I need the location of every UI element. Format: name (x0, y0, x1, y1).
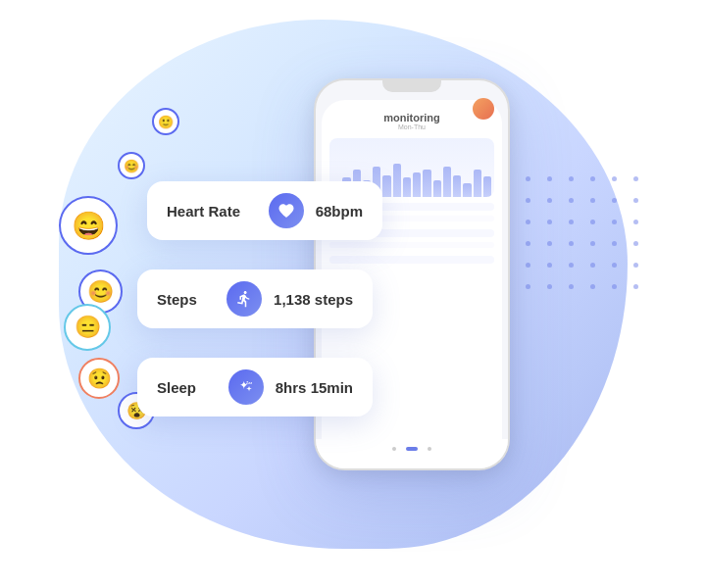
chart-bar (393, 164, 401, 197)
chart-bar (423, 170, 430, 197)
happy-emoji: 😄 (59, 196, 118, 255)
heart-rate-card: Heart Rate 68bpm (147, 181, 382, 240)
dot (633, 198, 638, 203)
chart-bar (413, 172, 421, 197)
sad-emoji: 😟 (78, 358, 120, 399)
dot (633, 176, 638, 181)
steps-value: 1,138 steps (274, 291, 353, 308)
dot (547, 176, 552, 181)
nav-dot-active (406, 447, 418, 451)
dot (612, 176, 617, 181)
svg-text:Zzz: Zzz (246, 381, 252, 385)
dot (590, 241, 595, 246)
sleep-card: Sleep Zzz 8hrs 15min (137, 358, 373, 416)
dot (526, 284, 530, 289)
phone-title: monitoring (329, 112, 494, 123)
dot (612, 220, 617, 224)
dot-pattern (526, 176, 647, 298)
dot (633, 263, 638, 268)
dot (612, 198, 617, 203)
nav-dot (428, 447, 431, 451)
chart-bar (433, 180, 441, 197)
phone-header: monitoring Mon-Thu (329, 108, 494, 138)
chart-bar (453, 175, 461, 197)
chart-bar (443, 167, 451, 197)
dot (526, 176, 530, 181)
nav-dot (392, 447, 396, 451)
dot (569, 284, 574, 289)
dot (526, 198, 530, 203)
chart-line-5 (329, 256, 494, 264)
dot (569, 263, 574, 268)
dot (590, 176, 595, 181)
dot (569, 241, 574, 246)
dot (590, 263, 595, 268)
phone-notch (382, 80, 441, 92)
dot (633, 241, 638, 246)
sleep-icon: Zzz (228, 369, 264, 405)
dot (569, 198, 574, 203)
dot (547, 198, 552, 203)
phone-subtitle: Mon-Thu (329, 123, 494, 130)
chart-bar (382, 175, 390, 197)
dot (526, 241, 530, 246)
top-icon-1: 🙂 (152, 108, 179, 135)
neutral-emoji: 😑 (64, 304, 111, 351)
dot (526, 263, 530, 268)
steps-card: Steps 1,138 steps (137, 270, 373, 328)
dot (612, 241, 617, 246)
bottom-nav (322, 439, 502, 459)
dot (547, 284, 552, 289)
chart-bar (474, 170, 481, 197)
steps-label: Steps (157, 291, 215, 308)
dot (547, 263, 552, 268)
sleep-label: Sleep (157, 379, 217, 396)
heart-rate-icon (269, 193, 304, 228)
dot (590, 220, 595, 224)
chart-bar (463, 183, 471, 197)
dot (590, 198, 595, 203)
dot (633, 220, 638, 224)
heart-rate-label: Heart Rate (167, 203, 257, 220)
chart-bar (403, 177, 411, 197)
sleep-value: 8hrs 15min (276, 379, 353, 396)
dot (547, 241, 552, 246)
steps-icon (227, 281, 262, 317)
dot (612, 263, 617, 268)
dot (590, 284, 595, 289)
dot (547, 220, 552, 224)
dot (526, 220, 530, 224)
dot (569, 176, 574, 181)
chart-bar (483, 176, 491, 197)
chart-line-4 (329, 242, 494, 248)
heart-rate-value: 68bpm (316, 203, 363, 220)
dot (612, 284, 617, 289)
top-icon-2: 😊 (118, 152, 145, 179)
dot (633, 284, 638, 289)
dot (569, 220, 574, 224)
